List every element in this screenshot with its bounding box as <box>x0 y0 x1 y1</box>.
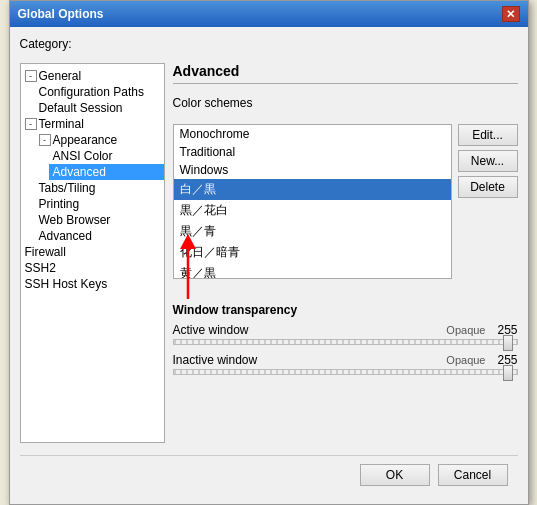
tree-label-ssh2: SSH2 <box>25 261 56 275</box>
window-transparency-title: Window transparency <box>173 303 518 317</box>
delete-button[interactable]: Delete <box>458 176 518 198</box>
tree-item-advanced-appearance[interactable]: Advanced <box>49 164 164 180</box>
tree-label-config-paths: Configuration Paths <box>39 85 144 99</box>
active-opaque-label: Opaque <box>446 324 485 336</box>
new-button[interactable]: New... <box>458 150 518 172</box>
active-window-label: Active window <box>173 323 249 337</box>
color-item-traditional[interactable]: Traditional <box>174 143 451 161</box>
tree-item-printing[interactable]: Printing <box>35 196 164 212</box>
tree-item-advanced-terminal[interactable]: Advanced <box>35 228 164 244</box>
tree-label-appearance: Appearance <box>53 133 118 147</box>
color-item-black-hanabira[interactable]: 黒／花白 <box>174 200 451 221</box>
active-window-row: Active window Opaque 255 <box>173 323 518 337</box>
transparency-section: Window transparency Active window Opaque… <box>173 303 518 383</box>
main-content: - General Configuration Paths Default Se… <box>20 63 518 443</box>
category-label: Category: <box>20 37 518 51</box>
color-item-windows[interactable]: Windows <box>174 161 451 179</box>
tree-item-firewall[interactable]: Firewall <box>21 244 164 260</box>
tree-label-ansi-color: ANSI Color <box>53 149 113 163</box>
tree-label-web-browser: Web Browser <box>39 213 111 227</box>
tree-label-terminal: Terminal <box>39 117 84 131</box>
tree-item-ssh-host-keys[interactable]: SSH Host Keys <box>21 276 164 292</box>
global-options-window: Global Options ✕ Category: - General Con… <box>9 0 529 505</box>
active-window-item: Active window Opaque 255 <box>173 323 518 345</box>
active-window-slider[interactable] <box>173 339 518 345</box>
tree-label-firewall: Firewall <box>25 245 66 259</box>
tree-label-printing: Printing <box>39 197 80 211</box>
right-panel: Advanced Color schemes Monochrome Tradit… <box>173 63 518 443</box>
tree-item-config-paths[interactable]: Configuration Paths <box>35 84 164 100</box>
tree-item-ansi-color[interactable]: ANSI Color <box>49 148 164 164</box>
color-schemes-area: Monochrome Traditional Windows 白／黒 黒／花白 … <box>173 124 518 279</box>
color-item-white-black[interactable]: 白／黒 <box>174 179 451 200</box>
inactive-window-slider[interactable] <box>173 369 518 375</box>
ok-button[interactable]: OK <box>360 464 430 486</box>
tree-label-advanced-appearance: Advanced <box>53 165 106 179</box>
tree-item-web-browser[interactable]: Web Browser <box>35 212 164 228</box>
active-window-thumb[interactable] <box>503 335 513 351</box>
cancel-button[interactable]: Cancel <box>438 464 508 486</box>
edit-button[interactable]: Edit... <box>458 124 518 146</box>
tree-label-advanced-terminal: Advanced <box>39 229 92 243</box>
inactive-window-thumb[interactable] <box>503 365 513 381</box>
tree-label-default-session: Default Session <box>39 101 123 115</box>
expand-icon-appearance: - <box>39 134 51 146</box>
title-bar: Global Options ✕ <box>10 1 528 27</box>
inactive-opaque-label: Opaque <box>446 354 485 366</box>
color-item-monochrome[interactable]: Monochrome <box>174 125 451 143</box>
expand-icon-terminal: - <box>25 118 37 130</box>
red-arrow-svg <box>158 229 218 309</box>
tree-item-general[interactable]: - General <box>21 68 164 84</box>
tree-item-default-session[interactable]: Default Session <box>35 100 164 116</box>
panel-title: Advanced <box>173 63 518 84</box>
expand-icon-general: - <box>25 70 37 82</box>
color-scheme-buttons: Edit... New... Delete <box>458 124 518 279</box>
svg-marker-1 <box>180 234 196 249</box>
tree-label-ssh-host-keys: SSH Host Keys <box>25 277 108 291</box>
close-button[interactable]: ✕ <box>502 6 520 22</box>
inactive-window-item: Inactive window Opaque 255 <box>173 353 518 375</box>
tree-item-ssh2[interactable]: SSH2 <box>21 260 164 276</box>
tree-item-tabs-tiling[interactable]: Tabs/Tiling <box>35 180 164 196</box>
tree-item-terminal[interactable]: - Terminal <box>21 116 164 132</box>
footer: OK Cancel <box>20 455 518 494</box>
tree-item-appearance[interactable]: - Appearance <box>35 132 164 148</box>
color-schemes-label: Color schemes <box>173 96 518 110</box>
window-title: Global Options <box>18 7 104 21</box>
category-tree[interactable]: - General Configuration Paths Default Se… <box>20 63 165 443</box>
tree-label-tabs-tiling: Tabs/Tiling <box>39 181 96 195</box>
tree-label-general: General <box>39 69 82 83</box>
window-body: Category: - General Configuration Paths … <box>10 27 528 504</box>
inactive-window-label: Inactive window <box>173 353 258 367</box>
inactive-window-row: Inactive window Opaque 255 <box>173 353 518 367</box>
